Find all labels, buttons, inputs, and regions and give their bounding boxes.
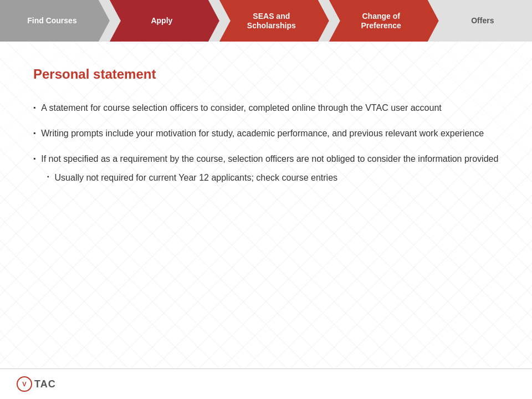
vtac-logo: V TAC <box>17 376 56 392</box>
nav-step-apply-label: Apply <box>151 16 172 25</box>
footer: V TAC <box>0 369 532 399</box>
bullet-list: ▪ A statement for course selection offic… <box>33 101 499 185</box>
navigation-bar: Find Courses Apply SEAS andScholarships … <box>0 0 532 42</box>
bullet-text-3: If not specified as a requirement by the… <box>41 152 498 166</box>
nav-step-seas-label: SEAS andScholarships <box>247 12 296 30</box>
nav-step-find-courses[interactable]: Find Courses <box>0 0 110 42</box>
vtac-logo-v: V <box>22 381 26 387</box>
bullet-text-1: A statement for course selection officer… <box>41 101 499 115</box>
nav-step-change-label: Change ofPreference <box>361 12 401 30</box>
nav-step-find-courses-label: Find Courses <box>27 16 76 25</box>
bullet-item-2: ▪ Writing prompts include your motivatio… <box>33 127 499 140</box>
sub-bullet-text-1: Usually not required for current Year 12… <box>55 171 338 185</box>
nav-step-offers-label: Offers <box>471 16 494 25</box>
bullet-marker-1: ▪ <box>33 103 35 112</box>
bullet-item-3: ▪ If not specified as a requirement by t… <box>33 152 499 185</box>
nav-step-offers[interactable]: Offers <box>439 0 532 42</box>
bullet-text-2: Writing prompts include your motivation … <box>41 127 499 140</box>
sub-bullet-item-1: ▪ Usually not required for current Year … <box>47 171 337 185</box>
bullet-item-1: ▪ A statement for course selection offic… <box>33 101 499 115</box>
nav-step-change-preference[interactable]: Change ofPreference <box>329 0 439 42</box>
sub-bullet-marker-1: ▪ <box>47 172 49 181</box>
vtac-logo-circle: V <box>17 376 32 392</box>
nav-step-seas-scholarships[interactable]: SEAS andScholarships <box>219 0 329 42</box>
vtac-logo-text: TAC <box>34 378 56 390</box>
main-content: Personal statement ▪ A statement for cou… <box>0 42 532 213</box>
page-title: Personal statement <box>33 66 499 82</box>
nav-step-apply[interactable]: Apply <box>110 0 219 42</box>
bullet-marker-2: ▪ <box>33 128 35 138</box>
bullet-marker-3: ▪ <box>33 154 35 163</box>
